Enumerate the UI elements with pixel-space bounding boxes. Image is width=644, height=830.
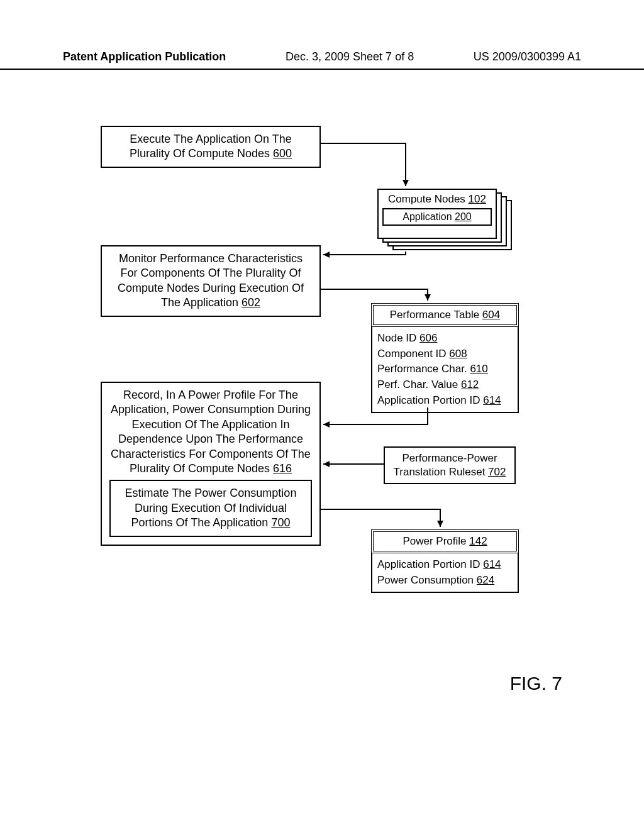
figure-label: FIG. 7: [510, 673, 562, 694]
header-right: US 2009/0300399 A1: [474, 50, 581, 64]
header-mid: Dec. 3, 2009 Sheet 7 of 8: [286, 50, 414, 64]
profile-row-power-consumption: Power Consumption 624: [377, 573, 513, 589]
step-602-text: Monitor Performance Characteristics For …: [118, 252, 304, 309]
step-700-box: Estimate The Power Consumption During Ex…: [109, 480, 312, 536]
profile-row-app-portion-id: Application Portion ID 614: [377, 557, 513, 573]
power-profile-header: Power Profile 142: [371, 529, 519, 553]
perf-row-node-id: Node ID 606: [377, 331, 513, 346]
performance-table-body: Node ID 606 Component ID 608 Performance…: [371, 327, 519, 413]
step-600-ref: 600: [273, 147, 292, 160]
page-header: Patent Application Publication Dec. 3, 2…: [0, 50, 644, 70]
compute-nodes-stack: Compute Nodes 102 Application 200: [377, 189, 513, 252]
step-700-ref: 700: [271, 516, 290, 529]
ruleset-box: Performance-Power Translation Ruleset 70…: [384, 446, 516, 484]
step-602-ref: 602: [242, 296, 260, 309]
flow-diagram: Execute The Application On The Plurality…: [38, 126, 604, 704]
perf-row-component-id: Component ID 608: [377, 346, 513, 362]
performance-table-header: Performance Table 604: [371, 303, 519, 327]
step-600-box: Execute The Application On The Plurality…: [101, 126, 321, 168]
application-inner-box: Application 200: [382, 208, 492, 226]
perf-row-app-portion-id: Application Portion ID 614: [377, 393, 513, 409]
power-profile-body: Application Portion ID 614 Power Consump…: [371, 553, 519, 593]
performance-table: Performance Table 604 Node ID 606 Compon…: [371, 303, 519, 413]
perf-row-perf-char-value: Perf. Char. Value 612: [377, 377, 513, 393]
power-profile: Power Profile 142 Application Portion ID…: [371, 529, 519, 593]
perf-row-perf-char: Performance Char. 610: [377, 362, 513, 377]
step-600-text: Execute The Application On The Plurality…: [130, 133, 292, 160]
header-left: Patent Application Publication: [63, 50, 226, 64]
ruleset-ref: 702: [488, 466, 506, 478]
ruleset-text: Performance-Power Translation Ruleset: [394, 452, 497, 478]
compute-nodes-label: Compute Nodes 102: [382, 193, 492, 206]
step-616-ref: 616: [273, 462, 292, 475]
step-602-box: Monitor Performance Characteristics For …: [101, 245, 321, 317]
step-616-box: Record, In A Power Profile For The Appli…: [101, 382, 321, 546]
